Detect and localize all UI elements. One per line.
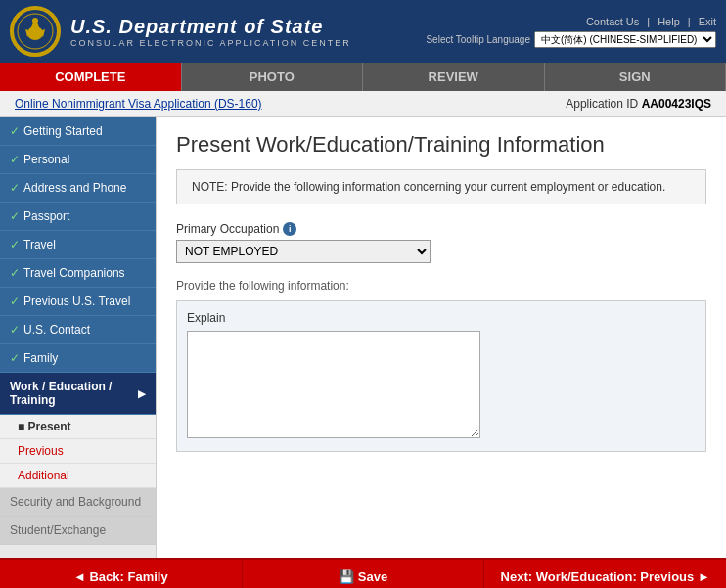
- tab-review-label: REVIEW: [429, 69, 478, 84]
- contact-us-link[interactable]: Contact Us: [586, 16, 639, 27]
- help-link[interactable]: Help: [658, 16, 680, 27]
- svg-point-6: [32, 18, 38, 23]
- save-icon: 💾: [339, 569, 354, 584]
- save-button[interactable]: 💾Save: [243, 560, 485, 588]
- sidebar-item-address-phone[interactable]: ✓Address and Phone: [0, 174, 156, 203]
- page-title: Present Work/Education/Training Informat…: [176, 132, 706, 158]
- main-content: Present Work/Education/Training Informat…: [157, 117, 726, 558]
- sidebar: ✓Getting Started ✓Personal ✓Address and …: [0, 117, 157, 558]
- explain-label: Explain: [187, 311, 696, 325]
- dept-subtitle: CONSULAR ELECTRONIC APPLICATION CENTER: [70, 38, 351, 48]
- sidebar-item-passport[interactable]: ✓Passport: [0, 203, 156, 231]
- sidebar-item-personal[interactable]: ✓Personal: [0, 146, 156, 174]
- breadcrumb-link[interactable]: Online Nonimmigrant Visa Application (DS…: [15, 97, 262, 111]
- tab-complete[interactable]: COMPLETE: [0, 63, 182, 91]
- back-button[interactable]: ◄ Back: Family: [0, 560, 243, 588]
- note-text: NOTE: Provide the following information …: [192, 180, 665, 194]
- us-seal: [10, 6, 61, 57]
- header-right: Contact Us | Help | Exit Select Tooltip …: [426, 16, 716, 48]
- explain-box: Explain: [176, 300, 706, 452]
- header-logo: U.S. Department of State CONSULAR ELECTR…: [10, 6, 351, 57]
- sidebar-item-travel-companions[interactable]: ✓Travel Companions: [0, 259, 156, 288]
- sidebar-item-student-exchange: Student/Exchange: [0, 517, 156, 545]
- lang-select-wrap: Select Tooltip Language 中文(简体) (CHINESE-…: [426, 31, 716, 48]
- next-button[interactable]: Next: Work/Education: Previous ►: [484, 560, 726, 588]
- primary-occupation-select[interactable]: NOT EMPLOYED STUDENT EMPLOYED SELF-EMPLO…: [176, 240, 431, 263]
- primary-occupation-label: Primary Occupation i: [176, 222, 706, 236]
- sidebar-item-prev-us-travel[interactable]: ✓Previous U.S. Travel: [0, 288, 156, 316]
- sidebar-item-travel[interactable]: ✓Travel: [0, 231, 156, 259]
- nav-tabs: COMPLETE PHOTO REVIEW SIGN: [0, 63, 726, 91]
- note-box: NOTE: Provide the following information …: [176, 169, 706, 204]
- footer-nav: ◄ Back: Family 💾Save Next: Work/Educatio…: [0, 558, 726, 588]
- sidebar-item-work-education[interactable]: Work / Education / Training ▶: [0, 373, 156, 415]
- app-id: Application ID AA00423IQS: [566, 97, 711, 111]
- main-layout: ✓Getting Started ✓Personal ✓Address and …: [0, 117, 726, 558]
- app-id-value: AA00423IQS: [642, 97, 711, 111]
- sidebar-item-family[interactable]: ✓Family: [0, 344, 156, 373]
- dept-title: U.S. Department of State: [70, 16, 351, 38]
- dept-name: U.S. Department of State CONSULAR ELECTR…: [70, 16, 351, 48]
- explain-textarea[interactable]: [187, 331, 480, 438]
- back-label: ◄ Back: Family: [73, 569, 168, 584]
- arrow-icon: ▶: [138, 388, 146, 399]
- tab-photo[interactable]: PHOTO: [182, 63, 364, 91]
- sidebar-sub-previous[interactable]: Previous: [0, 439, 156, 464]
- tab-photo-label: PHOTO: [250, 69, 295, 84]
- tab-sign[interactable]: SIGN: [545, 63, 727, 91]
- sidebar-sub-present-marker: ■: [18, 420, 28, 433]
- exit-link[interactable]: Exit: [699, 16, 716, 27]
- breadcrumb-bar: Online Nonimmigrant Visa Application (DS…: [0, 91, 726, 117]
- sidebar-item-security: Security and Background: [0, 488, 156, 517]
- lang-label: Select Tooltip Language: [426, 34, 530, 45]
- save-label: Save: [358, 569, 387, 584]
- tab-review[interactable]: REVIEW: [363, 63, 545, 91]
- sidebar-item-us-contact[interactable]: ✓U.S. Contact: [0, 316, 156, 344]
- info-icon[interactable]: i: [283, 222, 296, 236]
- language-select[interactable]: 中文(简体) (CHINESE-SIMPLIFIED): [534, 31, 716, 48]
- sidebar-item-getting-started[interactable]: ✓Getting Started: [0, 117, 156, 146]
- next-label: Next: Work/Education: Previous ►: [501, 569, 710, 584]
- sidebar-sub-additional[interactable]: Additional: [0, 464, 156, 488]
- tab-complete-label: COMPLETE: [55, 69, 125, 84]
- primary-occupation-section: Primary Occupation i NOT EMPLOYED STUDEN…: [176, 222, 706, 263]
- tab-sign-label: SIGN: [619, 69, 651, 84]
- app-id-label: Application ID: [566, 97, 638, 111]
- header: U.S. Department of State CONSULAR ELECTR…: [0, 0, 726, 63]
- top-links: Contact Us | Help | Exit: [586, 16, 716, 27]
- provide-text: Provide the following information:: [176, 279, 706, 293]
- sidebar-sub-present[interactable]: ■ Present: [0, 415, 156, 439]
